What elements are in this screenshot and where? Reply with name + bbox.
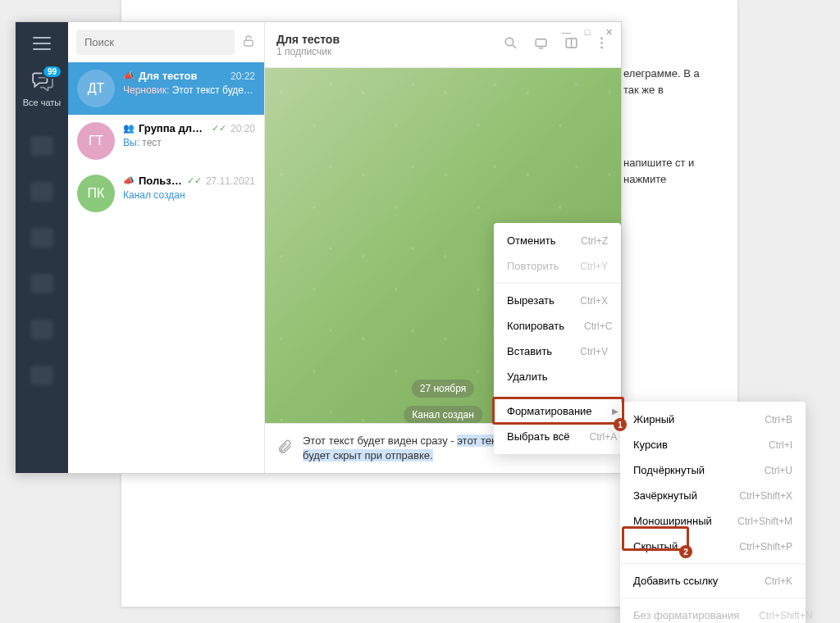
svg-rect-0 [244,40,253,46]
menu-item[interactable]: Выбрать всёCtrl+A [494,424,621,449]
menu-item-label: Форматирование [507,405,592,417]
menu-item-label: Добавить ссылку [633,575,718,587]
search-input[interactable] [76,30,235,55]
annotation-badge-1: 1 [614,418,627,431]
menu-item-label: Зачёркнутый [633,489,697,502]
chat-preview: Канал создан [123,189,255,201]
menu-item-label: Курсив [633,439,668,451]
lock-icon[interactable] [241,34,256,52]
menu-shortcut: Ctrl+Y [580,261,608,272]
menu-item[interactable]: КурсивCtrl+I [620,432,806,457]
chat-list-item[interactable]: ДТ 📣Для тестов20:22 Черновик: Этот текст… [68,62,264,115]
menu-item-label: Скрытый [633,540,678,553]
window-maximize-icon[interactable]: □ [582,27,593,38]
menu-item[interactable]: ВставитьCtrl+V [494,339,621,364]
menu-shortcut: Ctrl+Z [581,235,608,247]
svg-point-7 [600,42,603,44]
window-close-icon[interactable]: ✕ [603,27,614,38]
menu-item-label: Повторить [507,260,559,272]
menu-item-label: Отменить [507,234,555,247]
chat-time: 20:22 [231,70,255,82]
menu-item-label: Вырезать [507,294,555,307]
menu-shortcut: Ctrl+U [765,465,792,476]
chat-avatar: ДТ [77,70,115,107]
menu-item[interactable]: КопироватьCtrl+C [494,313,621,339]
svg-line-2 [512,44,515,48]
article-fragment-1: елеграмме. В а так же в [623,66,705,98]
menu-shortcut: Ctrl+C [584,321,612,332]
channel-type-icon: 📣 [123,70,135,81]
chat-list-item[interactable]: ГТ 👥Группа для те…✓✓20:20 Вы: тест [68,115,264,167]
menu-item-label: Выбрать всё [507,430,569,443]
service-message: Канал создан [404,406,482,423]
menu-item[interactable]: Добавить ссылкуCtrl+K [620,568,806,593]
menu-item[interactable]: Форматирование▶ [494,398,621,424]
menu-shortcut: Ctrl+Shift+M [737,516,792,527]
channel-type-icon: 📣 [123,175,135,186]
menu-item: ПовторитьCtrl+Y [494,253,621,279]
menu-item-label: Без форматирования [633,609,739,621]
menu-item[interactable]: ПодчёркнутыйCtrl+U [620,457,806,483]
chat-name: Группа для те… [139,122,208,134]
menu-item[interactable]: СкрытыйCtrl+Shift+P [620,534,806,559]
chat-name: Пользно… [139,175,183,187]
menu-item[interactable]: МоноширинныйCtrl+Shift+M [620,508,806,534]
chat-subtitle: 1 подписчик [276,46,491,57]
attach-icon[interactable] [276,439,293,458]
menu-shortcut: Ctrl+A [589,431,617,443]
menu-item[interactable]: ВырезатьCtrl+X [494,288,621,313]
date-separator: 27 ноября [412,380,474,398]
menu-item[interactable]: ОтменитьCtrl+Z [494,228,621,253]
svg-point-8 [600,47,603,49]
chat-avatar: ГТ [77,122,115,160]
menu-shortcut: Ctrl+Shift+X [739,490,792,502]
chat-title[interactable]: Для тестов [276,33,491,46]
menu-shortcut: Ctrl+V [580,346,608,357]
chat-preview: Черновик: Этот текст будет … [123,84,255,96]
panel-split-icon[interactable] [564,35,579,54]
menu-item-label: Вставить [507,345,552,357]
menu-item-label: Моноширинный [633,515,712,527]
window-minimize-icon[interactable]: — [560,27,572,38]
menu-shortcut: Ctrl+B [765,414,792,425]
menu-shortcut: Ctrl+I [769,439,792,451]
menu-icon[interactable] [33,37,51,50]
context-menu-main: ОтменитьCtrl+ZПовторитьCtrl+YВырезатьCtr… [494,223,621,454]
svg-point-1 [505,38,514,46]
menu-shortcut: Ctrl+K [765,575,792,587]
stream-icon[interactable] [533,35,549,54]
menu-item[interactable]: ЖирныйCtrl+B [620,407,806,432]
all-chats-label: Все чаты [23,98,62,107]
chat-avatar: ПК [77,175,115,212]
chat-preview: Вы: тест [123,137,255,148]
svg-point-6 [600,38,603,40]
article-fragment-2: напишите ст и нажмите [623,155,705,187]
far-left-sidebar: 99 Все чаты [16,22,68,473]
menu-item-label: Копировать [507,320,564,332]
menu-item-label: Удалить [507,371,548,383]
menu-item[interactable]: ЗачёркнутыйCtrl+Shift+X [620,483,806,508]
chat-time: 27.11.2021 [206,175,255,187]
channel-type-icon: 👥 [123,123,135,134]
chat-list-item[interactable]: ПК 📣Пользно…✓✓27.11.2021 Канал создан [68,167,264,220]
unread-badge: 99 [42,65,62,79]
more-icon[interactable] [594,35,609,54]
menu-item: Без форматированияCtrl+Shift+N [620,603,806,623]
chat-time: 20:20 [231,123,255,134]
chat-list-panel: ДТ 📣Для тестов20:22 Черновик: Этот текст… [68,22,265,473]
search-in-chat-icon[interactable] [503,35,518,54]
annotation-badge-2: 2 [679,545,692,558]
submenu-arrow-icon: ▶ [612,407,619,416]
menu-shortcut: Ctrl+X [580,295,608,307]
context-menu-formatting: ЖирныйCtrl+BКурсивCtrl+IПодчёркнутыйCtrl… [620,402,806,623]
all-chats-button[interactable]: 99 [30,70,54,94]
menu-shortcut: Ctrl+Shift+N [759,610,812,621]
menu-item-label: Жирный [633,413,674,425]
chat-name: Для тестов [139,70,226,82]
menu-item[interactable]: Удалить [494,364,621,389]
menu-shortcut: Ctrl+Shift+P [739,541,792,553]
svg-rect-3 [536,39,546,47]
menu-item-label: Подчёркнутый [633,464,705,476]
